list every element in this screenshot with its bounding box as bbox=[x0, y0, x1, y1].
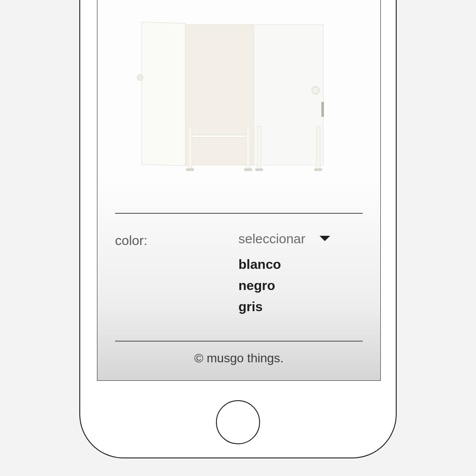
chevron-down-icon bbox=[319, 231, 331, 246]
cabinet-leg-icon bbox=[246, 126, 250, 170]
cabinet-leg-icon bbox=[188, 126, 192, 170]
cabinet-left-door bbox=[141, 22, 186, 166]
divider bbox=[115, 213, 363, 214]
cabinet-shelf bbox=[187, 135, 252, 138]
color-select-trigger[interactable]: seleccionar bbox=[238, 231, 363, 246]
color-option-row: color: seleccionar blanco negro gris bbox=[115, 231, 363, 314]
divider bbox=[115, 341, 363, 342]
footer-copyright: © musgo things. bbox=[115, 351, 363, 379]
color-options-list: blanco negro gris bbox=[238, 257, 363, 314]
color-option-blanco[interactable]: blanco bbox=[238, 257, 363, 272]
color-option-negro[interactable]: negro bbox=[238, 278, 363, 293]
cabinet-leg-icon bbox=[316, 126, 320, 170]
color-option-label: color: bbox=[115, 231, 238, 248]
cabinet-left-knob bbox=[137, 74, 143, 81]
cabinet-left bbox=[185, 24, 253, 165]
cabinet-right-latch bbox=[321, 102, 324, 117]
color-select-placeholder: seleccionar bbox=[238, 231, 305, 246]
color-select: seleccionar blanco negro gris bbox=[238, 231, 363, 314]
shadow-icon bbox=[244, 168, 252, 171]
shadow-icon bbox=[314, 168, 322, 171]
cabinet-right bbox=[254, 24, 324, 165]
color-option-gris[interactable]: gris bbox=[238, 299, 363, 314]
phone-frame: color: seleccionar blanco negro gris bbox=[79, 0, 397, 458]
product-image bbox=[115, 0, 363, 213]
shadow-icon bbox=[255, 168, 263, 171]
cabinet-right-knob bbox=[312, 86, 320, 94]
screen: color: seleccionar blanco negro gris bbox=[97, 0, 381, 381]
shadow-icon bbox=[186, 168, 194, 171]
home-button[interactable] bbox=[216, 400, 260, 444]
cabinet-leg-icon bbox=[257, 126, 261, 170]
